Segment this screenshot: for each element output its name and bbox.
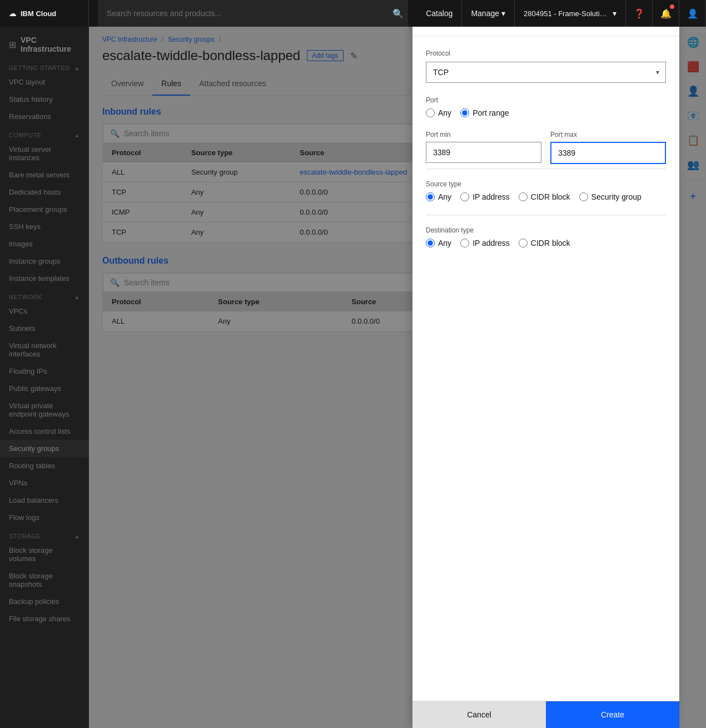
port-range-radio[interactable]	[460, 108, 469, 117]
help-button[interactable]: ❓	[626, 0, 653, 27]
source-cidr-radio[interactable]	[519, 192, 528, 201]
port-min-group: Port min	[426, 131, 541, 164]
protocol-label: Protocol	[426, 49, 666, 57]
port-min-input[interactable]	[426, 142, 541, 163]
port-any-radio[interactable]	[426, 108, 435, 117]
panel-divider-2	[426, 215, 666, 215]
source-cidr-option[interactable]: CIDR block	[519, 192, 570, 201]
search-input[interactable]	[98, 0, 408, 27]
top-nav-actions: Catalog Manage ▾ 2804951 - Frame-Solutio…	[417, 0, 706, 27]
user-menu-button[interactable]: 👤	[679, 0, 706, 27]
protocol-select-wrapper: TCP UDP ICMP ALL ▾	[426, 62, 666, 83]
source-any-radio[interactable]	[426, 192, 435, 201]
port-radio-group: Any Port range	[426, 108, 666, 117]
cancel-button[interactable]: Cancel	[412, 701, 546, 728]
port-max-group: Port max	[550, 131, 666, 164]
destination-type-radio-group: Any IP address CIDR block	[426, 239, 666, 247]
port-min-label: Port min	[426, 131, 541, 138]
top-navigation: ☁ IBM Cloud 🔍 Catalog Manage ▾ 2804951 -…	[0, 0, 706, 27]
side-panel-body: Protocol TCP UDP ICMP ALL ▾ Port Any	[412, 36, 679, 701]
source-type-label: Source type	[426, 180, 666, 188]
manage-button[interactable]: Manage ▾	[462, 0, 515, 27]
source-type-radio-group: Any IP address CIDR block Security group	[426, 192, 666, 201]
dest-cidr-option[interactable]: CIDR block	[519, 239, 570, 247]
protocol-group: Protocol TCP UDP ICMP ALL ▾	[426, 49, 666, 83]
notifications-button[interactable]: 🔔	[653, 0, 679, 27]
source-ip-option[interactable]: IP address	[460, 192, 510, 201]
side-panel-footer: Cancel Create	[412, 701, 679, 728]
dest-any-radio[interactable]	[426, 239, 435, 247]
source-ip-radio[interactable]	[460, 192, 469, 201]
port-label: Port	[426, 96, 666, 104]
account-selector[interactable]: 2804951 - Frame-SolutionsArchite... ▾	[515, 0, 626, 27]
source-type-group: Source type Any IP address CIDR block Se…	[426, 180, 666, 201]
protocol-select[interactable]: TCP UDP ICMP ALL	[426, 62, 666, 83]
destination-type-group: Destination type Any IP address CIDR blo…	[426, 226, 666, 247]
create-button[interactable]: Create	[546, 701, 679, 728]
port-max-label: Port max	[550, 131, 666, 138]
destination-type-label: Destination type	[426, 226, 666, 234]
dest-ip-radio[interactable]	[460, 239, 469, 247]
app-name: IBM Cloud	[21, 9, 56, 18]
source-any-option[interactable]: Any	[426, 192, 451, 201]
global-search: 🔍	[89, 0, 417, 27]
logo-icon: ☁	[9, 9, 16, 18]
side-panel-create-inbound: Create inbound rule ✕ Protocol TCP UDP I…	[412, 0, 679, 728]
search-icon: 🔍	[392, 8, 404, 19]
source-sg-option[interactable]: Security group	[579, 192, 642, 201]
port-max-input[interactable]	[550, 142, 666, 164]
source-sg-radio[interactable]	[579, 192, 588, 201]
port-range-option[interactable]: Port range	[460, 108, 509, 117]
panel-divider-1	[426, 169, 666, 169]
app-logo[interactable]: ☁ IBM Cloud	[0, 0, 89, 27]
dest-cidr-radio[interactable]	[519, 239, 528, 247]
dest-any-option[interactable]: Any	[426, 239, 451, 247]
port-minmax-row: Port min Port max	[426, 131, 666, 164]
port-group: Port Any Port range	[426, 96, 666, 117]
notification-badge	[670, 4, 674, 9]
dest-ip-option[interactable]: IP address	[460, 239, 510, 247]
catalog-button[interactable]: Catalog	[417, 0, 462, 27]
port-any-option[interactable]: Any	[426, 108, 451, 117]
